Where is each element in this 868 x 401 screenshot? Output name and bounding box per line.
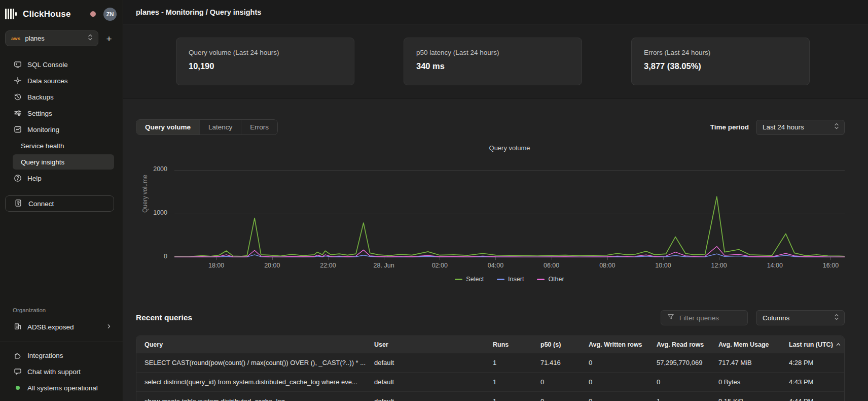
- sidebar-header: ClickHouse ZN: [0, 0, 123, 22]
- sidebar-item-label: Chat with support: [27, 368, 81, 376]
- table-row[interactable]: SELECT CAST(round(pow(count() / max(coun…: [136, 353, 844, 372]
- service-selector[interactable]: aws planes: [5, 30, 98, 46]
- table-cell: 717.47 MiB: [710, 353, 781, 372]
- organization-item[interactable]: ADSB.exposed: [0, 319, 123, 335]
- settings-icon: [14, 109, 22, 117]
- column-header-user[interactable]: User: [366, 336, 485, 353]
- column-header-last-run-utc-[interactable]: Last run (UTC): [781, 336, 844, 353]
- column-header-p50-s-[interactable]: p50 (s): [532, 336, 581, 353]
- x-tick-label: 22:00: [320, 262, 336, 269]
- legend-item-select[interactable]: Select: [455, 276, 484, 283]
- x-tick-mark: [384, 257, 384, 260]
- organization-section: Organization ADSB.exposed IntegrationsCh…: [0, 307, 123, 401]
- legend-swatch: [455, 279, 462, 280]
- stat-card: Errors (Last 24 hours)3,877 (38.05%): [631, 38, 810, 85]
- tab-errors[interactable]: Errors: [241, 120, 277, 135]
- sidebar-item-service-health[interactable]: Service health: [0, 138, 123, 154]
- table-header-row: QueryUserRunsp50 (s)Avg. Written rowsAvg…: [136, 336, 844, 353]
- filter-queries-input[interactable]: [678, 314, 742, 322]
- column-header-avg-mem-usage[interactable]: Avg. Mem Usage: [710, 336, 781, 353]
- help-icon: [14, 174, 22, 182]
- legend-label: Select: [466, 276, 484, 283]
- sidebar-item-chat-with-support[interactable]: Chat with support: [0, 363, 123, 380]
- y-tick-label: 0: [164, 253, 167, 260]
- sidebar-item-sql-console[interactable]: SQL Console: [0, 56, 123, 73]
- aws-icon: aws: [11, 36, 21, 41]
- columns-select[interactable]: Columns: [756, 310, 845, 325]
- stat-card-label: Errors (Last 24 hours): [644, 49, 797, 56]
- x-tick-label: 18:00: [208, 262, 224, 269]
- table-row[interactable]: show create table system.distributed_cac…: [136, 391, 844, 401]
- table-cell: 1: [485, 392, 532, 401]
- table-cell: 1: [485, 373, 532, 391]
- connect-button[interactable]: Connect: [5, 195, 114, 212]
- stat-card-value: 10,190: [189, 61, 342, 71]
- chart-title: Query volume: [174, 144, 845, 152]
- table-cell: select distrinct(query_id) from system.d…: [136, 373, 366, 391]
- stepper-icon: [834, 122, 839, 132]
- table-row[interactable]: select distrinct(query_id) from system.d…: [136, 372, 844, 391]
- stat-card: Query volume (Last 24 hours)10,190: [176, 38, 354, 85]
- chat-icon: [14, 367, 22, 376]
- table-cell: 0: [581, 353, 648, 372]
- add-service-button[interactable]: +: [100, 30, 118, 46]
- table-cell: SELECT CAST(round(pow(count() / max(coun…: [136, 353, 366, 372]
- sidebar-item-data-sources[interactable]: Data sources: [0, 73, 123, 89]
- table-cell: 4:28 PM: [781, 353, 844, 372]
- user-avatar[interactable]: ZN: [103, 8, 117, 21]
- sidebar-item-query-insights[interactable]: Query insights: [13, 154, 114, 170]
- table-cell: 1: [648, 392, 710, 401]
- sidebar-item-label: Integrations: [27, 352, 63, 359]
- query-volume-chart-svg: [174, 156, 845, 257]
- chart-plot-area: [174, 156, 845, 257]
- stat-card-label: Query volume (Last 24 hours): [189, 49, 342, 56]
- organization-heading: Organization: [0, 307, 123, 313]
- sidebar-item-integrations[interactable]: Integrations: [0, 347, 123, 363]
- table-cell: 0: [532, 373, 581, 391]
- sidebar-item-settings[interactable]: Settings: [0, 105, 123, 121]
- x-tick-mark: [830, 257, 831, 260]
- table-cell: default: [366, 353, 485, 372]
- legend-swatch: [497, 279, 504, 280]
- column-header-avg-read-rows[interactable]: Avg. Read rows: [648, 336, 710, 353]
- stat-card-value: 340 ms: [416, 61, 569, 71]
- column-header-avg-written-rows[interactable]: Avg. Written rows: [581, 336, 648, 353]
- column-header-query[interactable]: Query: [136, 336, 366, 353]
- backups-icon: [14, 93, 22, 101]
- sidebar-item-backups[interactable]: Backups: [0, 89, 123, 105]
- x-tick-label: 10:00: [655, 262, 671, 269]
- building-icon: [14, 322, 22, 332]
- breadcrumb: planes - Monitoring / Query insights: [136, 8, 261, 16]
- chevron-right-icon: [105, 323, 113, 331]
- legend-item-other[interactable]: Other: [537, 276, 564, 283]
- sidebar-item-label: Query insights: [21, 158, 64, 166]
- integrations-icon: [14, 351, 22, 359]
- sidebar-item-help[interactable]: Help: [0, 170, 123, 186]
- sidebar: ClickHouse ZN aws planes + SQL ConsoleDa…: [0, 0, 123, 401]
- filter-queries-box[interactable]: [661, 310, 748, 325]
- time-period-select[interactable]: Last 24 hours: [756, 120, 845, 135]
- legend-item-insert[interactable]: Insert: [497, 276, 524, 283]
- main-area: planes - Monitoring / Query insights Que…: [123, 0, 868, 401]
- column-header-runs[interactable]: Runs: [485, 336, 532, 353]
- tab-latency[interactable]: Latency: [200, 120, 241, 135]
- table-cell: 0: [581, 392, 648, 401]
- sql-console-icon: [14, 60, 22, 69]
- tab-query-volume[interactable]: Query volume: [136, 120, 200, 135]
- monitoring-icon: [14, 125, 22, 133]
- table-cell: 0: [648, 373, 710, 391]
- content: Query volumeLatencyErrors Time period La…: [123, 99, 868, 401]
- stat-card: p50 latency (Last 24 hours)340 ms: [404, 38, 582, 85]
- stats-band: Query volume (Last 24 hours)10,190p50 la…: [123, 24, 868, 99]
- sort-ascending-icon: [836, 343, 841, 346]
- sidebar-item-label: SQL Console: [27, 61, 68, 69]
- x-tick-mark: [272, 257, 273, 260]
- sidebar-item-label: Help: [27, 175, 42, 182]
- table-cell: 0: [532, 392, 581, 401]
- sidebar-item-monitoring[interactable]: Monitoring: [0, 121, 123, 138]
- sidebar-nav: SQL ConsoleData sourcesBackupsSettingsMo…: [0, 56, 123, 186]
- sidebar-item-all-systems-operational[interactable]: All systems operational: [0, 380, 123, 396]
- funnel-icon: [667, 313, 674, 322]
- x-tick-mark: [216, 257, 217, 260]
- table-cell: default: [366, 392, 485, 401]
